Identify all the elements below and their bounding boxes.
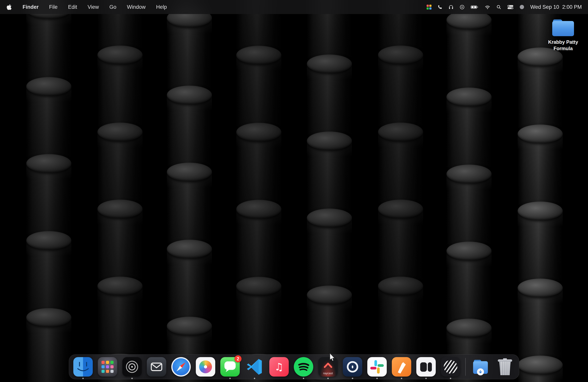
menu-bar-status-area: Wed Sep 10 2:00 PM [427,3,582,11]
menu-item-go[interactable]: Go [109,4,116,10]
menu-date: Wed Sep 10 [530,4,559,10]
phone-icon[interactable] [437,3,442,11]
launchpad-icon [98,357,117,377]
wallpaper-cylinder-segment [97,276,143,354]
downloads-folder-icon [471,357,490,377]
vscode-icon [245,357,264,377]
concentric-rings [125,360,139,374]
wallpaper-cylinder-segment [236,123,281,200]
wallpaper-cylinder-segment [167,9,212,85]
dock-trash[interactable] [495,357,515,377]
wallpaper-cylinder-segment [446,165,492,242]
wallpaper-cylinder-column-7 [518,0,563,382]
spotify-icon [294,357,313,377]
wallpaper-cylinder-segment [378,200,423,276]
play-circle-icon[interactable] [460,3,465,11]
music-note-icon: ♫ [269,357,289,377]
desktop-folder-krabby-patty-formula[interactable]: Krabby Patty Formula [552,20,574,52]
wallpaper-cylinder-segment [446,87,492,165]
dock-pen-app[interactable] [392,357,411,377]
window-shape-left [420,362,427,372]
menu-bar-clock[interactable]: Wed Sep 10 2:00 PM [530,4,582,10]
wallpaper-cylinder-segment [518,202,563,278]
dock-messages[interactable]: 2 [220,357,240,377]
wallpaper-cylinder-segment [26,308,71,382]
pinwheel [199,361,212,373]
wallpaper-cylinder-segment [26,154,71,231]
spotlight-search-icon[interactable] [496,3,502,11]
dock-photos[interactable] [196,357,215,377]
dock: 2 ♫ raycast [69,354,519,379]
menu-item-help[interactable]: Help [156,4,167,10]
messages-badge: 2 [234,355,242,362]
menu-time: 2:00 PM [562,4,582,10]
wallpaper-cylinder-segment [378,276,423,354]
wallpaper-cylinder-segment [446,242,492,318]
dock-1password[interactable] [343,357,362,377]
control-center-icon[interactable] [507,3,514,11]
wallpaper-cylinder-segment [518,356,563,382]
slack-icon [367,357,387,377]
dock-rings-app[interactable] [122,357,142,377]
battery-charging-icon[interactable] [471,3,479,11]
user-circle-icon[interactable] [519,3,525,11]
pen-app-icon [392,357,411,377]
mail-icon [147,357,166,377]
menu-bar-left: Finder File Edit View Go Window Help [6,3,167,11]
headphones-icon[interactable] [448,3,454,11]
wallpaper-cylinder-column-1 [97,0,143,382]
dock-spotify[interactable] [294,357,313,377]
folder-label: Krabby Patty Formula [542,39,584,52]
wallpaper-cylinder-segment [167,240,212,317]
wallpaper-cylinder-segment [518,47,563,125]
trash-icon [495,357,515,377]
wallpaper-cylinder-segment [167,163,212,240]
trash-rim [498,360,512,362]
desktop-wallpaper [0,0,588,382]
menu-app-name[interactable]: Finder [22,4,39,10]
wallpaper-cylinder-segment [236,277,281,354]
trash-body [499,361,511,375]
wallpaper-cylinder-segment [167,85,212,163]
menu-item-file[interactable]: File [49,4,58,10]
dock-mail[interactable] [147,357,166,377]
striped-ball [444,360,457,374]
wallpaper-cylinder-segment [307,131,352,209]
wallpaper-cylinder-segment [378,45,423,123]
dock-window-app[interactable] [416,357,436,377]
wallpaper-cylinder-column-0 [26,0,71,382]
menu-bar: Finder File Edit View Go Window Help [0,0,588,14]
wallpaper-cylinder-segment [26,231,71,308]
wallpaper-cylinder-segment [307,54,352,131]
folder-icon [552,20,574,36]
menu-item-edit[interactable]: Edit [68,4,77,10]
wallpaper-cylinder-segment [97,200,143,276]
wallpaper-cylinder-column-4 [307,0,352,382]
dock-downloads-folder[interactable] [471,357,490,377]
app-grid-icon[interactable] [427,3,431,11]
dock-music[interactable]: ♫ [269,357,289,377]
safari-compass-icon [171,357,191,377]
wifi-icon[interactable] [484,3,490,11]
menu-item-window[interactable]: Window [127,4,146,10]
wallpaper-cylinder-segment [518,125,563,202]
dock-slack[interactable] [367,357,387,377]
apple-logo-icon[interactable] [6,3,12,11]
wallpaper-cylinder-segment [97,45,143,123]
wallpaper-cylinder-column-3 [236,0,281,382]
download-arrow-icon [477,368,484,375]
dock-striped-ball-app[interactable] [441,357,460,377]
dock-launchpad[interactable] [98,357,117,377]
wallpaper-cylinder-column-6 [446,0,492,382]
dock-finder[interactable] [73,357,93,377]
wallpaper-cylinder-segment [236,46,281,123]
striped-ball-icon [441,357,460,377]
dock-safari[interactable] [171,357,191,377]
dock-vscode[interactable] [245,357,264,377]
mouse-cursor [329,353,336,362]
finder-icon [73,357,93,377]
wallpaper-cylinder-segment [97,123,143,200]
menu-item-view[interactable]: View [88,4,99,10]
photos-pinwheel-icon [196,357,215,377]
wallpaper-cylinder-segment [307,286,352,362]
